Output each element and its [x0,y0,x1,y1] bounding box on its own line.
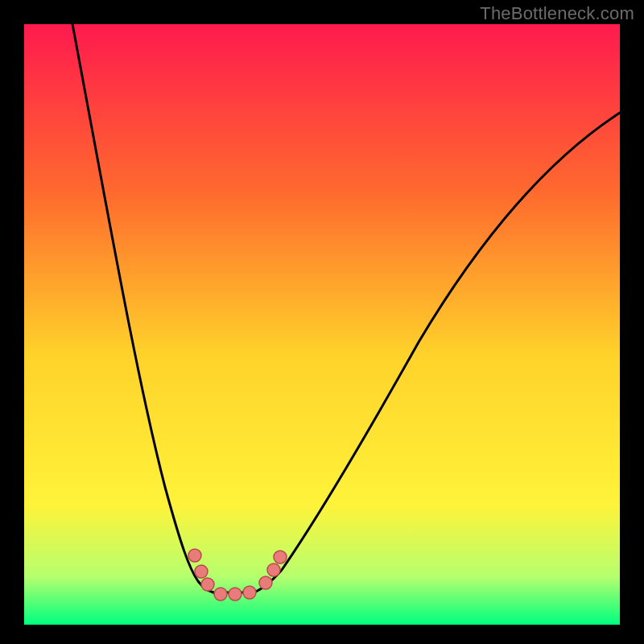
marker-point [243,586,256,599]
marker-point [188,549,201,562]
marker-point [201,578,214,591]
chart-background [24,24,620,625]
marker-point [267,564,280,576]
marker-point [195,565,208,578]
watermark-label: TheBottleneck.com [480,3,634,24]
marker-point [214,588,227,601]
chart-svg [24,24,620,625]
marker-point [274,551,287,564]
marker-point [229,588,242,601]
plot-area [24,24,620,625]
marker-point [259,576,272,589]
chart-frame: TheBottleneck.com [0,0,644,644]
